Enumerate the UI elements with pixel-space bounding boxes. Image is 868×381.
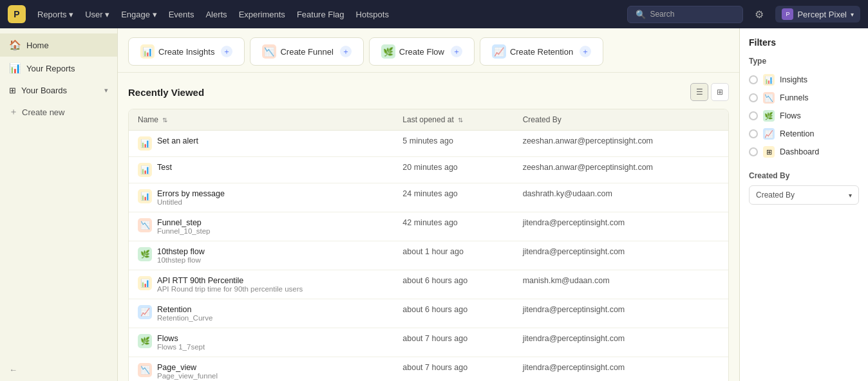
last-opened-cell-6: about 6 hours ago [393,299,513,328]
row-sub-3: Funnel_10_step [157,227,210,235]
filter-funnels-label: Funnels [780,93,808,102]
col-last-opened[interactable]: Last opened at ⇅ [393,109,513,131]
created-by-cell-4: jitendra@perceptinsight.com [514,241,728,270]
filter-retention-radio[interactable] [749,129,758,138]
row-type-icon-5: 📊 [138,276,152,290]
row-type-icon-4: 🌿 [138,247,152,261]
row-type-icon-6: 📈 [138,305,152,319]
search-input[interactable]: 🔍 Search [627,6,743,23]
nav-events[interactable]: Events [169,10,194,19]
row-type-icon-2: 📊 [138,189,152,203]
settings-icon[interactable]: ⚙ [755,8,764,21]
create-funnel-label: Create Funnel [280,47,333,57]
create-retention-label: Create Retention [510,47,573,57]
filter-flows-radio[interactable] [749,111,758,120]
filter-retention-label: Retention [780,129,815,138]
created-by-cell-2: dashrath.ky@udaan.com [514,183,728,212]
name-cell-1: 📊 Test [129,157,393,183]
table-row[interactable]: 📈 Retention Retention_Curve about 6 hour… [129,299,728,328]
home-icon: 🏠 [9,39,21,51]
filter-retention-icon: 📈 [763,128,775,140]
funnel-icon: 📉 [262,44,276,59]
nav-experiments[interactable]: Experiments [239,10,285,19]
sidebar-item-home[interactable]: 🏠 Home [0,33,117,57]
row-type-icon-3: 📉 [138,218,152,232]
filter-flows[interactable]: 🌿 Flows [749,107,859,125]
flow-icon: 🌿 [381,44,395,59]
recently-viewed-table-wrapper: Name ⇅ Last opened at ⇅ Created By [128,109,729,381]
row-sub-7: Flows 1_7sept [157,343,205,351]
row-name-3: Funnel_step [157,218,210,227]
table-row[interactable]: 📊 Test 20 minutes ago zeeshan.anwar@perc… [129,157,728,183]
funnel-add-icon[interactable]: ＋ [340,46,352,57]
table-row[interactable]: 📊 Set an alert 5 minutes ago zeeshan.anw… [129,131,728,157]
nav-hotspots[interactable]: Hotspots [356,10,389,19]
created-by-cell-3: jitendra@perceptinsight.com [514,212,728,241]
sidebar-create-new[interactable]: ＋ Create new [0,101,117,123]
sidebar-item-reports[interactable]: 📊 Your Reports [0,57,117,80]
create-bar: 📊 Create Insights ＋ 📉 Create Funnel ＋ 🌿 … [118,28,739,73]
recently-viewed-section: Recently Viewed ☰ ⊞ Name ⇅ [118,73,739,381]
last-opened-cell-2: 24 minutes ago [393,183,513,212]
row-name-2: Errors by message [157,189,225,198]
main-content: 📊 Create Insights ＋ 📉 Create Funnel ＋ 🌿 … [118,28,739,381]
sidebar: 🏠 Home 📊 Your Reports ⊞ Your Boards ▾ ＋ … [0,28,118,381]
created-by-dropdown[interactable]: Created By ▾ [749,185,859,205]
nav-feature-flag[interactable]: Feature Flag [297,10,344,19]
nav-user[interactable]: User ▾ [85,10,109,19]
filter-insights-radio[interactable] [749,75,758,84]
sidebar-item-boards[interactable]: ⊞ Your Boards ▾ [0,80,117,101]
table-row[interactable]: 📊 API RTT 90th Percentile API Round trip… [129,270,728,299]
table-row[interactable]: 🌿 10thstep flow 10thstep flow about 1 ho… [129,241,728,270]
search-placeholder: Search [650,10,674,19]
created-by-section-title: Created By [749,171,859,180]
filter-funnels[interactable]: 📉 Funnels [749,89,859,107]
retention-icon: 📈 [492,44,506,59]
workspace-icon: P [782,8,793,20]
retention-add-icon[interactable]: ＋ [580,46,591,57]
last-opened-cell-4: about 1 hour ago [393,241,513,270]
flow-add-icon[interactable]: ＋ [451,46,462,57]
reports-icon: 📊 [9,62,21,74]
recently-viewed-title: Recently Viewed [128,87,204,98]
sidebar-home-label: Home [26,41,49,50]
sidebar-create-label: Create new [22,107,64,117]
created-by-filter-section: Created By Created By ▾ [749,171,859,205]
insights-add-icon[interactable]: ＋ [221,46,232,57]
row-type-icon-8: 📉 [138,363,152,377]
create-flow-button[interactable]: 🌿 Create Flow ＋ [369,37,475,66]
row-sub-4: 10thstep flow [157,256,205,264]
last-opened-cell-0: 5 minutes ago [393,131,513,157]
created-by-chevron-icon: ▾ [849,192,852,199]
boards-icon: ⊞ [9,86,16,95]
table-row[interactable]: 📉 Funnel_step Funnel_10_step 42 minutes … [129,212,728,241]
row-name-8: Page_view [157,363,218,372]
filter-funnels-icon: 📉 [763,92,775,104]
table-row[interactable]: 🌿 Flows Flows 1_7sept about 7 hours ago … [129,328,728,357]
filter-insights-label: Insights [780,75,807,84]
sidebar-collapse-icon[interactable]: ← [9,365,17,375]
row-sub-5: API Round trip time for 90th percentile … [157,285,303,293]
filter-dashboard[interactable]: ⊞ Dashboard [749,143,859,161]
filter-funnels-radio[interactable] [749,93,758,102]
create-retention-button[interactable]: 📈 Create Retention ＋ [480,37,603,66]
create-funnel-button[interactable]: 📉 Create Funnel ＋ [250,37,363,66]
table-row[interactable]: 📉 Page_view Page_view_funnel about 7 hou… [129,357,728,382]
workspace-selector[interactable]: P Percept Pixel ▾ [775,6,860,23]
table-row[interactable]: 📊 Errors by message Untitled 24 minutes … [129,183,728,212]
list-view-button[interactable]: ☰ [690,83,708,101]
filter-insights[interactable]: 📊 Insights [749,71,859,89]
col-name[interactable]: Name ⇅ [129,109,393,131]
filter-retention[interactable]: 📈 Retention [749,125,859,143]
nav-engage[interactable]: Engage ▾ [121,10,156,19]
nav-reports[interactable]: Reports ▾ [37,10,73,19]
last-opened-cell-3: 42 minutes ago [393,212,513,241]
filter-dashboard-radio[interactable] [749,147,758,156]
nav-alerts[interactable]: Alerts [205,10,227,19]
row-name-7: Flows [157,334,205,343]
col-created-by[interactable]: Created By [514,109,728,131]
table-header: Name ⇅ Last opened at ⇅ Created By [129,109,728,131]
create-insights-button[interactable]: 📊 Create Insights ＋ [128,37,245,66]
grid-view-button[interactable]: ⊞ [711,83,729,101]
workspace-name: Percept Pixel [797,10,847,19]
